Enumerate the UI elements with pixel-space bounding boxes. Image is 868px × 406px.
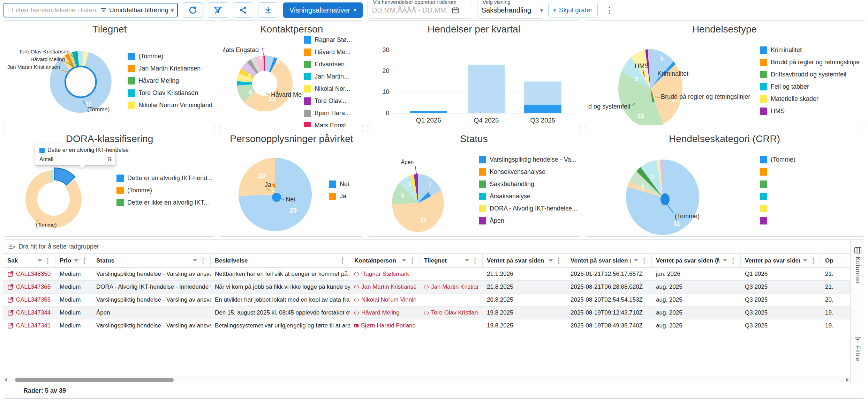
column-menu-icon[interactable]: ⋮ bbox=[556, 257, 562, 265]
chart-canvas[interactable]: 72253Åpen bbox=[371, 146, 477, 235]
column-menu-icon[interactable]: ⋮ bbox=[641, 257, 647, 265]
column-header[interactable]: Prioritet⋮ bbox=[55, 254, 92, 267]
legend-item[interactable]: Saksbehandling bbox=[479, 180, 577, 188]
table-row[interactable]: CALL348350MediumVarslingspliktig hendels… bbox=[3, 268, 850, 281]
legend-item[interactable]: Årsaksanalyse bbox=[479, 193, 577, 200]
filter-mode-dropdown[interactable]: Umiddelbar filtrering ▾ bbox=[100, 6, 174, 14]
column-header[interactable]: Ventet på svar siden (kvartal)⋮ bbox=[741, 254, 821, 267]
chart-canvas[interactable]: HMS5Kriminalitet331511Brudd på regler og… bbox=[588, 36, 758, 125]
filter-lines-icon[interactable] bbox=[802, 258, 808, 263]
person-link[interactable]: Bjørn Harald Fotland bbox=[354, 322, 416, 329]
legend-item[interactable]: Kriminalitet bbox=[760, 46, 861, 54]
filter-lines-icon[interactable] bbox=[464, 258, 470, 263]
open-case-icon[interactable] bbox=[7, 284, 14, 290]
legend-item[interactable] bbox=[760, 193, 861, 200]
case-link[interactable]: CALL347365 bbox=[7, 283, 51, 290]
legend-item[interactable]: Håvard Meling bbox=[128, 77, 212, 84]
scroll-right-arrow[interactable] bbox=[846, 378, 849, 382]
bar[interactable] bbox=[410, 111, 447, 113]
chart-canvas[interactable]: Tore Olav KristiansenHåvard MelingJan Ma… bbox=[7, 36, 126, 125]
legend-item[interactable]: Håvard Me... bbox=[304, 48, 360, 56]
row-group-dropzone[interactable]: Dra hit for å sette radgrupper bbox=[3, 240, 850, 254]
filter-lines-icon[interactable] bbox=[74, 258, 79, 263]
legend-item[interactable]: (Tomme) bbox=[116, 186, 212, 194]
bar[interactable] bbox=[524, 105, 561, 113]
scrollbar-track[interactable] bbox=[9, 377, 845, 382]
column-header[interactable]: Ventet på svar siden (UTC)⋮ bbox=[566, 254, 652, 267]
filter-lines-icon[interactable] bbox=[401, 258, 407, 263]
chart-canvas[interactable]: Mats Engstad323422Håvard Meling bbox=[223, 38, 302, 127]
column-header[interactable]: Beskrivelse⋮ bbox=[211, 254, 350, 267]
legend-item[interactable]: Ragnar Stø... bbox=[304, 36, 360, 44]
legend-item[interactable]: Materielle skader bbox=[760, 95, 861, 103]
filter-lines-icon[interactable] bbox=[633, 258, 639, 263]
chart-canvas[interactable]: 0102030Q1 2026Q4 2025Q3 2025 bbox=[371, 36, 577, 125]
case-link[interactable]: CALL348350 bbox=[7, 271, 51, 278]
column-header[interactable]: Ventet på svar siden (Måned)⋮ bbox=[652, 254, 741, 267]
legend-item[interactable] bbox=[760, 180, 861, 188]
table-row[interactable]: CALL347365MediumDORA - Alvorlig IKT-hend… bbox=[3, 281, 850, 294]
legend-item[interactable]: Edvardsen... bbox=[304, 60, 360, 68]
search-input[interactable] bbox=[12, 6, 97, 14]
legend-item[interactable] bbox=[760, 217, 861, 225]
search-input-group[interactable]: Umiddelbar filtrering ▾ bbox=[3, 3, 178, 17]
legend-item[interactable]: Driftsavbrudd og systemfeil bbox=[760, 71, 861, 79]
date-range-field[interactable]: Vis henvendelser opprettet i tidsrom bbox=[368, 2, 472, 19]
column-menu-icon[interactable]: ⋮ bbox=[200, 257, 206, 265]
column-menu-icon[interactable]: ⋮ bbox=[45, 257, 51, 265]
legend-item[interactable]: Dette er ikke en alvorlig IKT... bbox=[116, 199, 212, 206]
calendar-icon[interactable] bbox=[452, 6, 459, 14]
legend-item[interactable]: Nikolai Nor... bbox=[304, 85, 360, 93]
scrollbar-thumb[interactable] bbox=[15, 378, 174, 382]
legend-item[interactable] bbox=[760, 205, 861, 213]
case-link[interactable]: CALL347344 bbox=[7, 309, 51, 316]
legend-item[interactable] bbox=[760, 168, 861, 176]
legend-item[interactable]: (Tomme) bbox=[760, 156, 861, 164]
legend-item[interactable]: Jan Martin Kristiansen bbox=[128, 65, 212, 72]
legend-item[interactable]: Bjørn Hara... bbox=[304, 109, 360, 117]
column-menu-icon[interactable]: ⋮ bbox=[409, 257, 415, 265]
filter-lines-icon[interactable] bbox=[548, 258, 553, 263]
share-button[interactable] bbox=[233, 2, 253, 18]
person-link[interactable]: Ragnar Stølsmark bbox=[354, 271, 409, 278]
case-link[interactable]: CALL347341 bbox=[7, 322, 51, 329]
column-header[interactable]: Status⋮ bbox=[92, 254, 211, 267]
clear-filters-button[interactable] bbox=[208, 2, 228, 18]
horizontal-scrollbar[interactable] bbox=[3, 376, 850, 383]
legend-item[interactable]: Åpen bbox=[479, 217, 577, 225]
refresh-button[interactable] bbox=[183, 2, 203, 18]
open-case-icon[interactable] bbox=[7, 297, 14, 303]
open-case-icon[interactable] bbox=[7, 310, 14, 316]
download-button[interactable] bbox=[258, 2, 278, 18]
view-select-field[interactable]: Velg visning Saksbehandling ▾ bbox=[477, 2, 543, 19]
legend-item[interactable]: Konsekvensanalyse bbox=[479, 168, 577, 176]
column-menu-icon[interactable]: ⋮ bbox=[339, 257, 346, 265]
column-menu-icon[interactable]: ⋮ bbox=[730, 257, 736, 265]
bar[interactable] bbox=[524, 81, 561, 104]
side-tab-kolonner[interactable]: Kolonner bbox=[854, 247, 862, 285]
column-header[interactable]: Tilegnet⋮ bbox=[420, 254, 483, 267]
side-tab-filtre[interactable]: Filtre bbox=[854, 337, 861, 361]
legend-item[interactable]: Nei bbox=[329, 180, 360, 188]
filter-lines-icon[interactable] bbox=[37, 258, 43, 263]
column-menu-icon[interactable]: ⋮ bbox=[81, 257, 88, 265]
column-header[interactable]: Op bbox=[821, 254, 850, 267]
person-link[interactable]: Nikolai Norum Vinningl... bbox=[354, 296, 416, 303]
open-case-icon[interactable] bbox=[7, 271, 14, 277]
bar[interactable] bbox=[468, 65, 505, 113]
column-menu-icon[interactable]: ⋮ bbox=[810, 257, 816, 265]
legend-item[interactable]: Feil og tabber bbox=[760, 83, 861, 91]
legend-item[interactable]: HMS bbox=[760, 108, 861, 115]
toolbar-menu-button[interactable]: ⋮ bbox=[603, 6, 617, 14]
person-link[interactable]: Jan Martin Kristiansen bbox=[354, 283, 416, 290]
legend-item[interactable]: DORA - Alvorlig IKT-hendelse... bbox=[479, 205, 577, 213]
legend-item[interactable]: Brudd på regler og retningslinjer bbox=[760, 59, 861, 66]
person-link[interactable]: Håvard Meling bbox=[354, 309, 400, 316]
date-range-input[interactable] bbox=[372, 6, 448, 14]
legend-item[interactable]: Tore Olav Kristiansen bbox=[128, 89, 212, 97]
column-header[interactable]: Kontaktperson⋮ bbox=[350, 254, 420, 267]
case-link[interactable]: CALL347355 bbox=[7, 296, 51, 303]
chart-canvas[interactable]: 10Ja2Nei29 bbox=[223, 146, 327, 235]
column-header[interactable]: Sak⋮ bbox=[3, 254, 55, 267]
table-row[interactable]: CALL347344MediumÅpenDen 15. august 2025 … bbox=[3, 307, 850, 319]
